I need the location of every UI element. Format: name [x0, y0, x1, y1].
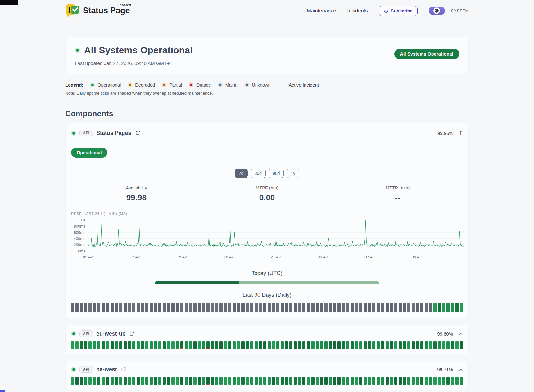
uptime-tick[interactable]	[316, 341, 319, 349]
uptime-tick[interactable]	[429, 377, 432, 385]
uptime-tick[interactable]	[137, 303, 140, 312]
uptime-tick[interactable]	[442, 377, 445, 385]
uptime-tick[interactable]	[202, 377, 205, 385]
uptime-tick[interactable]	[215, 303, 218, 312]
uptime-tick[interactable]	[241, 377, 244, 385]
uptime-tick[interactable]	[128, 341, 131, 349]
uptime-tick[interactable]	[71, 341, 74, 349]
uptime-tick[interactable]	[154, 341, 157, 349]
uptime-tick[interactable]	[93, 341, 96, 349]
uptime-tick[interactable]	[111, 341, 114, 349]
uptime-tick[interactable]	[346, 341, 349, 349]
uptime-tick[interactable]	[185, 377, 188, 385]
uptime-tick[interactable]	[158, 377, 161, 385]
uptime-tick[interactable]	[390, 303, 393, 312]
uptime-tick[interactable]	[80, 303, 83, 312]
uptime-tick[interactable]	[403, 377, 406, 385]
uptime-tick[interactable]	[163, 341, 166, 349]
uptime-tick[interactable]	[316, 377, 319, 385]
uptime-tick[interactable]	[211, 341, 214, 349]
uptime-tick[interactable]	[189, 303, 192, 312]
uptime-tick[interactable]	[289, 303, 292, 312]
uptime-tick[interactable]	[420, 377, 423, 385]
uptime-tick[interactable]	[438, 341, 441, 349]
uptime-tick[interactable]	[342, 377, 345, 385]
uptime-tick[interactable]	[132, 341, 135, 349]
uptime-tick[interactable]	[185, 341, 188, 349]
uptime-tick[interactable]	[198, 303, 201, 312]
uptime-tick[interactable]	[93, 303, 96, 312]
uptime-tick[interactable]	[276, 303, 279, 312]
uptime-tick[interactable]	[124, 377, 127, 385]
uptime-tick[interactable]	[451, 341, 454, 349]
uptime-tick[interactable]	[75, 303, 79, 312]
uptime-tick[interactable]	[71, 303, 74, 312]
uptime-tick[interactable]	[224, 341, 227, 349]
uptime-tick[interactable]	[451, 303, 454, 312]
uptime-tick[interactable]	[276, 377, 279, 385]
uptime-tick[interactable]	[455, 341, 459, 349]
uptime-tick[interactable]	[399, 303, 402, 312]
uptime-tick[interactable]	[259, 377, 262, 385]
uptime-tick[interactable]	[141, 341, 144, 349]
uptime-tick[interactable]	[246, 341, 249, 349]
uptime-tick[interactable]	[259, 303, 262, 312]
uptime-tick[interactable]	[167, 341, 170, 349]
uptime-tick[interactable]	[337, 341, 341, 349]
uptime-tick[interactable]	[246, 377, 249, 385]
uptime-tick[interactable]	[446, 377, 450, 385]
uptime-tick[interactable]	[311, 303, 314, 312]
uptime-tick[interactable]	[250, 303, 253, 312]
uptime-tick[interactable]	[390, 377, 393, 385]
uptime-tick[interactable]	[351, 303, 354, 312]
uptime-tick[interactable]	[202, 341, 205, 349]
uptime-tick[interactable]	[171, 303, 174, 312]
uptime-tick[interactable]	[399, 377, 402, 385]
component-header[interactable]: API eu-west-uk 99.60%	[71, 330, 463, 337]
uptime-tick[interactable]	[241, 341, 244, 349]
uptime-tick[interactable]	[359, 341, 362, 349]
uptime-tick[interactable]	[420, 341, 423, 349]
uptime-tick[interactable]	[219, 341, 223, 349]
uptime-tick[interactable]	[455, 303, 459, 312]
uptime-tick[interactable]	[302, 303, 305, 312]
uptime-tick[interactable]	[80, 341, 83, 349]
uptime-tick[interactable]	[355, 303, 358, 312]
uptime-tick[interactable]	[329, 341, 332, 349]
uptime-tick[interactable]	[189, 341, 192, 349]
uptime-tick[interactable]	[285, 303, 288, 312]
uptime-tick[interactable]	[268, 341, 271, 349]
uptime-tick[interactable]	[255, 377, 258, 385]
uptime-tick[interactable]	[446, 341, 450, 349]
subscribe-button[interactable]: Subscribe	[379, 6, 417, 16]
uptime-tick[interactable]	[167, 303, 170, 312]
uptime-tick[interactable]	[364, 377, 367, 385]
uptime-tick[interactable]	[364, 303, 367, 312]
uptime-tick[interactable]	[412, 341, 415, 349]
uptime-tick[interactable]	[403, 303, 406, 312]
uptime-tick[interactable]	[298, 341, 301, 349]
uptime-tick[interactable]	[289, 341, 292, 349]
uptime-tick[interactable]	[337, 303, 341, 312]
range-button-7d[interactable]: 7d	[235, 169, 248, 178]
uptime-tick[interactable]	[399, 341, 402, 349]
uptime-tick[interactable]	[324, 303, 328, 312]
uptime-tick[interactable]	[268, 377, 271, 385]
uptime-tick[interactable]	[176, 303, 179, 312]
uptime-tick[interactable]	[324, 377, 328, 385]
uptime-tick[interactable]	[259, 341, 262, 349]
uptime-tick[interactable]	[433, 341, 437, 349]
uptime-tick[interactable]	[180, 341, 183, 349]
uptime-tick[interactable]	[302, 341, 305, 349]
uptime-tick[interactable]	[124, 341, 127, 349]
uptime-tick[interactable]	[420, 303, 423, 312]
uptime-tick[interactable]	[193, 377, 197, 385]
uptime-tick[interactable]	[124, 303, 127, 312]
uptime-tick[interactable]	[211, 377, 214, 385]
uptime-tick[interactable]	[425, 303, 428, 312]
uptime-tick[interactable]	[285, 341, 288, 349]
uptime-tick[interactable]	[106, 377, 109, 385]
uptime-tick[interactable]	[263, 303, 266, 312]
uptime-tick[interactable]	[84, 303, 87, 312]
uptime-tick[interactable]	[224, 303, 227, 312]
